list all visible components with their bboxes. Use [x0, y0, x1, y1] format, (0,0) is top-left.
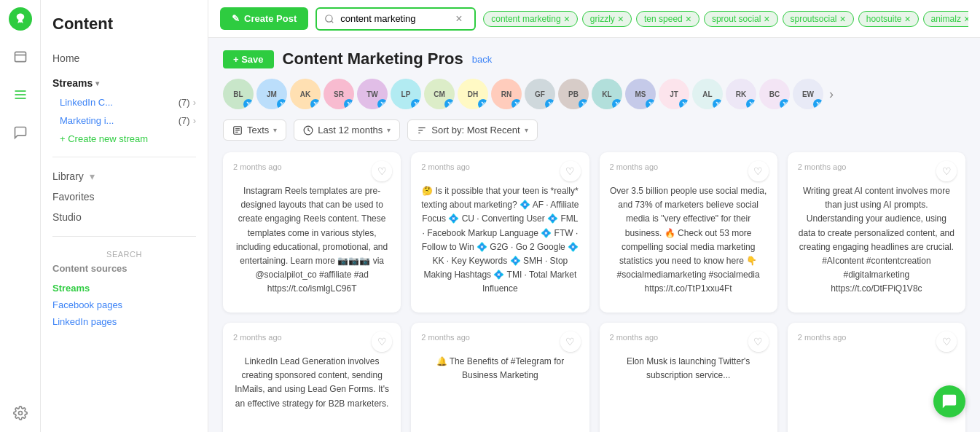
icon-sidebar — [0, 0, 41, 432]
tag-sproutsocial[interactable]: sproutsocial × — [783, 11, 854, 27]
top-bar: ✎ Create Post × content marketing × griz… — [208, 0, 980, 38]
avatar[interactable]: CM𝕏 — [424, 79, 455, 109]
avatar[interactable]: PB𝕏 — [558, 79, 589, 109]
nav-stream-marketing[interactable]: Marketing i... (7) › — [52, 111, 196, 130]
svg-point-5 — [326, 15, 332, 21]
tag-ten-speed[interactable]: ten speed × — [636, 11, 699, 27]
tag-animalz[interactable]: animalz × — [923, 11, 968, 27]
create-new-stream-link[interactable]: + Create new stream — [52, 130, 196, 148]
twitter-badge: 𝕏 — [545, 99, 555, 109]
remove-tag-icon[interactable]: × — [564, 14, 570, 24]
avatar[interactable]: EW𝕏 — [793, 79, 823, 109]
nav-library[interactable]: Library ▾ — [52, 166, 196, 186]
remove-tag-icon[interactable]: × — [840, 14, 846, 24]
remove-tag-icon[interactable]: × — [964, 14, 968, 24]
settings-nav-icon[interactable] — [9, 401, 32, 425]
streams-chevron-icon: ▾ — [95, 79, 99, 87]
avatar[interactable]: AK𝕏 — [290, 79, 321, 109]
remove-tag-icon[interactable]: × — [764, 14, 769, 24]
avatar[interactable]: SR𝕏 — [324, 79, 354, 109]
clear-search-icon[interactable]: × — [455, 12, 462, 25]
content-sources-label: Content sources — [52, 263, 196, 274]
main-area: ✎ Create Post × content marketing × griz… — [208, 0, 980, 432]
search-input[interactable] — [340, 13, 450, 24]
content-nav-icon[interactable] — [9, 83, 32, 106]
avatar[interactable]: DH𝕏 — [458, 79, 488, 109]
card-time: 2 months ago — [421, 333, 579, 342]
stream-chevron-icon-2: › — [193, 115, 196, 126]
avatar[interactable]: GF𝕏 — [525, 79, 555, 109]
twitter-badge: 𝕏 — [579, 99, 589, 109]
chat-bubble-button[interactable] — [933, 385, 965, 417]
sort-icon — [417, 125, 427, 136]
twitter-badge: 𝕏 — [243, 99, 254, 109]
heart-button[interactable]: ♡ — [748, 331, 769, 352]
card-text: LinkedIn Lead Generation involves creati… — [233, 347, 391, 411]
avatars-scroll-right-icon[interactable]: › — [829, 87, 834, 102]
chat-nav-icon[interactable] — [9, 121, 32, 144]
create-post-button[interactable]: ✎ Create Post — [220, 7, 308, 30]
texts-icon — [232, 125, 243, 136]
nav-favorites[interactable]: Favorites — [52, 186, 196, 207]
twitter-badge: 𝕏 — [780, 99, 790, 109]
avatar[interactable]: BL𝕏 — [223, 79, 254, 109]
date-filter-button[interactable]: Last 12 months ▾ — [294, 119, 400, 141]
logo[interactable] — [9, 7, 32, 31]
search-section-label: SEARCH — [52, 246, 196, 263]
heart-button[interactable]: ♡ — [748, 161, 769, 181]
texts-chevron-icon: ▾ — [273, 126, 277, 134]
tag-content-marketing[interactable]: content marketing × — [483, 11, 578, 27]
heart-button[interactable]: ♡ — [936, 331, 957, 352]
cards-grid: 2 months ago ♡ Instagram Reels templates… — [223, 152, 965, 432]
filters-row: Texts ▾ Last 12 months ▾ Sort by: Most R… — [223, 119, 965, 141]
sort-filter-button[interactable]: Sort by: Most Recent ▾ — [407, 119, 537, 141]
avatar[interactable]: JT𝕏 — [659, 79, 689, 109]
twitter-badge: 𝕏 — [746, 99, 756, 109]
svg-line-6 — [332, 20, 334, 23]
date-chevron-icon: ▾ — [387, 126, 391, 134]
card-time: 2 months ago — [610, 162, 767, 171]
source-linkedin[interactable]: LinkedIn pages — [52, 313, 196, 330]
twitter-badge: 𝕏 — [444, 99, 455, 109]
tag-hootsuite[interactable]: hootsuite × — [858, 11, 919, 27]
remove-tag-icon[interactable]: × — [904, 14, 910, 24]
avatar[interactable]: RN𝕏 — [491, 79, 522, 109]
nav-studio[interactable]: Studio — [52, 207, 196, 227]
avatars-row: BL𝕏 JM𝕏 AK𝕏 SR𝕏 TW𝕏 LP𝕏 CM𝕏 DH𝕏 RN𝕏 GF𝕏 … — [223, 79, 965, 109]
card-text: Writing great AI content involves more t… — [798, 177, 955, 296]
nav-streams-section[interactable]: Streams ▾ — [52, 73, 196, 93]
heart-button[interactable]: ♡ — [936, 161, 957, 181]
remove-tag-icon[interactable]: × — [618, 14, 624, 24]
avatar[interactable]: KL𝕏 — [592, 79, 622, 109]
nav-stream-linkedin[interactable]: LinkedIn C... (7) › — [52, 93, 196, 111]
heart-button[interactable]: ♡ — [560, 331, 581, 352]
texts-filter-button[interactable]: Texts ▾ — [223, 119, 286, 141]
avatar[interactable]: BC𝕏 — [759, 79, 790, 109]
avatar[interactable]: JM𝕏 — [256, 79, 287, 109]
nav-home[interactable]: Home — [52, 48, 196, 68]
avatar[interactable]: AL𝕏 — [692, 79, 723, 109]
tag-grizzly[interactable]: grizzly × — [582, 11, 632, 27]
remove-tag-icon[interactable]: × — [686, 14, 691, 24]
tags-bar: content marketing × grizzly × ten speed … — [483, 8, 968, 29]
svg-rect-0 — [15, 52, 26, 61]
source-streams[interactable]: Streams — [52, 280, 196, 296]
avatar[interactable]: RK𝕏 — [726, 79, 756, 109]
stream-header: + Save Content Marketing Pros back — [223, 50, 965, 68]
card-text: Elon Musk is launching Twitter's subscri… — [610, 347, 767, 382]
twitter-badge: 𝕏 — [377, 99, 388, 109]
source-facebook[interactable]: Facebook pages — [52, 296, 196, 313]
twitter-badge: 𝕏 — [612, 99, 622, 109]
clock-icon — [303, 125, 313, 136]
card-text: Instagram Reels templates are pre-design… — [233, 177, 391, 296]
card-time: 2 months ago — [233, 162, 391, 171]
home-nav-icon[interactable] — [9, 45, 32, 68]
avatar[interactable]: MS𝕏 — [625, 79, 656, 109]
avatar[interactable]: LP𝕏 — [391, 79, 421, 109]
avatar[interactable]: TW𝕏 — [357, 79, 388, 109]
heart-button[interactable]: ♡ — [560, 161, 581, 181]
back-link[interactable]: back — [472, 54, 492, 65]
save-button[interactable]: + Save — [223, 50, 274, 68]
content-area: + Save Content Marketing Pros back BL𝕏 J… — [208, 38, 980, 432]
tag-sprout-social[interactable]: sprout social × — [704, 11, 778, 27]
